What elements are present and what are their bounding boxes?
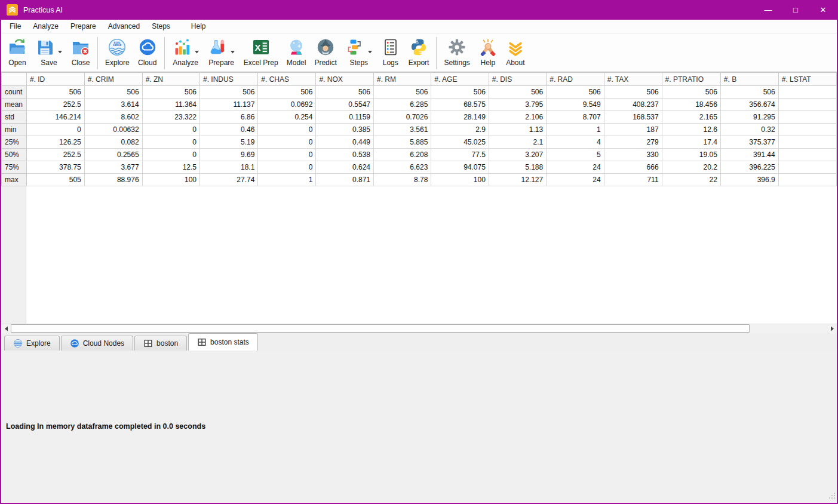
cell[interactable]: 356.674 xyxy=(720,99,778,111)
cell[interactable]: 0.00632 xyxy=(84,124,142,136)
cell[interactable]: 68.575 xyxy=(431,99,489,111)
cell[interactable]: 45.025 xyxy=(431,136,489,149)
cell[interactable]: 8.78 xyxy=(373,174,431,186)
cell[interactable]: 506 xyxy=(200,86,258,99)
cell[interactable]: 408.237 xyxy=(604,99,662,111)
cell[interactable]: 6.623 xyxy=(373,161,431,174)
scroll-right-button[interactable] xyxy=(827,324,837,333)
close-button[interactable]: Close xyxy=(67,35,94,72)
cell[interactable]: 506 xyxy=(720,86,778,99)
cell[interactable]: 94.075 xyxy=(431,161,489,174)
cell[interactable]: 0.1159 xyxy=(316,111,374,124)
cell[interactable]: 0.082 xyxy=(84,136,142,149)
tab-boston[interactable]: boston xyxy=(134,336,187,351)
resize-grip-icon[interactable] xyxy=(828,491,836,502)
cell[interactable]: 506 xyxy=(604,86,662,99)
tab-cloud-nodes[interactable]: Cloud Nodes xyxy=(61,336,133,351)
cell[interactable]: 91.295 xyxy=(720,111,778,124)
cell[interactable]: 506 xyxy=(431,86,489,99)
column-header-dis[interactable]: #. DIS xyxy=(489,73,546,86)
cell[interactable]: 0 xyxy=(258,124,316,136)
cell[interactable]: 0.871 xyxy=(316,174,374,186)
export-button[interactable]: Export xyxy=(404,35,434,72)
cell[interactable]: 1 xyxy=(258,174,316,186)
column-header-ptratio[interactable]: #. PTRATIO xyxy=(662,73,720,86)
cell[interactable]: 391.44 xyxy=(720,149,778,161)
cell[interactable] xyxy=(778,174,836,186)
row-header-75-[interactable]: 75% xyxy=(2,161,27,174)
cell[interactable]: 17.4 xyxy=(662,136,720,149)
column-header-lstat[interactable]: #. LSTAT xyxy=(778,73,836,86)
column-header-zn[interactable]: #. ZN xyxy=(142,73,199,86)
cell[interactable]: 0.624 xyxy=(316,161,374,174)
cell[interactable]: 18.1 xyxy=(200,161,258,174)
cell[interactable]: 0.2565 xyxy=(84,149,142,161)
row-header-min[interactable]: min xyxy=(2,124,27,136)
cell[interactable]: 375.377 xyxy=(720,136,778,149)
cell[interactable]: 5.188 xyxy=(489,161,546,174)
column-header-indus[interactable]: #. INDUS xyxy=(200,73,258,86)
cell[interactable]: 5.885 xyxy=(373,136,431,149)
column-header-crim[interactable]: #. CRIM xyxy=(84,73,142,86)
cell[interactable]: 0.254 xyxy=(258,111,316,124)
cell[interactable]: 100 xyxy=(431,174,489,186)
steps-button[interactable]: Steps xyxy=(341,35,377,72)
cell[interactable]: 666 xyxy=(604,161,662,174)
cell[interactable] xyxy=(778,99,836,111)
cell[interactable]: 6.208 xyxy=(373,149,431,161)
row-header-std[interactable]: std xyxy=(2,111,27,124)
cell[interactable]: 23.322 xyxy=(142,111,199,124)
settings-button[interactable]: Settings xyxy=(440,35,474,72)
cell[interactable]: 506 xyxy=(84,86,142,99)
tab-boston-stats[interactable]: boston stats xyxy=(188,333,258,351)
cell[interactable]: 506 xyxy=(489,86,546,99)
cell[interactable]: 28.149 xyxy=(431,111,489,124)
cell[interactable]: 0 xyxy=(258,136,316,149)
cell[interactable]: 0.46 xyxy=(200,124,258,136)
cell[interactable]: 506 xyxy=(373,86,431,99)
column-header-id[interactable]: #. ID xyxy=(26,73,84,86)
column-header-b[interactable]: #. B xyxy=(720,73,778,86)
column-header-rad[interactable]: #. RAD xyxy=(547,73,604,86)
column-header-rm[interactable]: #. RM xyxy=(373,73,431,86)
cell[interactable]: 6.285 xyxy=(373,99,431,111)
cell[interactable]: 252.5 xyxy=(26,149,84,161)
cell[interactable]: 3.614 xyxy=(84,99,142,111)
row-header-50-[interactable]: 50% xyxy=(2,149,27,161)
row-header-mean[interactable]: mean xyxy=(2,99,27,111)
row-header-25-[interactable]: 25% xyxy=(2,136,27,149)
scroll-left-button[interactable] xyxy=(1,324,11,333)
tab-explore[interactable]: Explore xyxy=(4,336,60,351)
dropdown-arrow-icon[interactable] xyxy=(194,50,199,54)
cell[interactable] xyxy=(778,149,836,161)
about-button[interactable]: About xyxy=(502,35,529,72)
cell[interactable] xyxy=(778,124,836,136)
cell[interactable]: 0 xyxy=(142,124,199,136)
cell[interactable]: 20.2 xyxy=(662,161,720,174)
cell[interactable]: 3.561 xyxy=(373,124,431,136)
cell[interactable]: 506 xyxy=(547,86,604,99)
close-button[interactable]: ✕ xyxy=(809,0,837,20)
column-header-tax[interactable]: #. TAX xyxy=(604,73,662,86)
menu-help[interactable]: Help xyxy=(185,20,212,32)
cell[interactable]: 19.05 xyxy=(662,149,720,161)
table-corner[interactable] xyxy=(2,73,27,86)
cell[interactable]: 0.32 xyxy=(720,124,778,136)
horizontal-scrollbar[interactable] xyxy=(1,324,837,333)
cell[interactable] xyxy=(778,136,836,149)
cell[interactable]: 146.214 xyxy=(26,111,84,124)
cell[interactable]: 378.75 xyxy=(26,161,84,174)
cell[interactable]: 0 xyxy=(142,149,199,161)
cell[interactable]: 1 xyxy=(547,124,604,136)
dropdown-arrow-icon[interactable] xyxy=(367,50,373,54)
cloud-button[interactable]: Cloud xyxy=(134,35,161,72)
cell[interactable]: 168.537 xyxy=(604,111,662,124)
column-header-age[interactable]: #. AGE xyxy=(431,73,489,86)
cell[interactable]: 2.165 xyxy=(662,111,720,124)
cell[interactable]: 506 xyxy=(142,86,199,99)
cell[interactable]: 396.9 xyxy=(720,174,778,186)
cell[interactable]: 330 xyxy=(604,149,662,161)
prepare-button[interactable]: Prepare xyxy=(204,35,240,72)
cell[interactable]: 0 xyxy=(26,124,84,136)
cell[interactable]: 187 xyxy=(604,124,662,136)
